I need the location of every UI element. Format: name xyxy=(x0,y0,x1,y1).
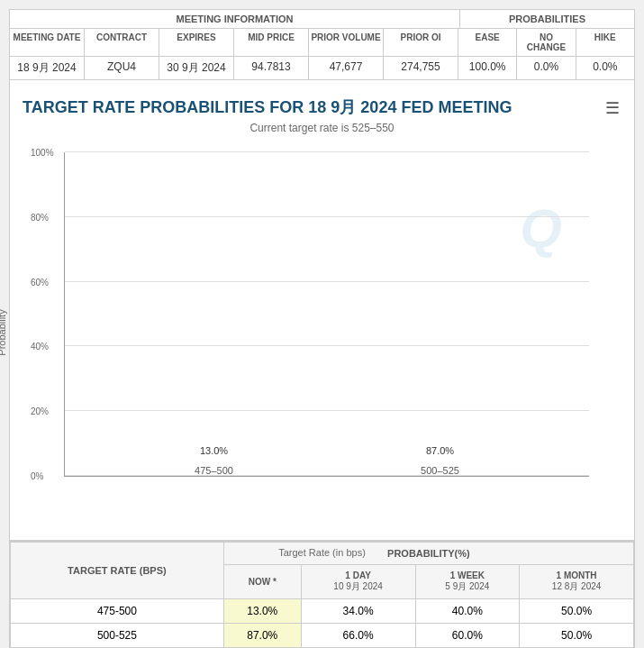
val-meeting-date: 18 9月 2024 xyxy=(10,57,85,79)
table-row-0: 475-500 13.0% 34.0% 40.0% 50.0% xyxy=(11,599,634,624)
col-mid-price: MID PRICE xyxy=(234,29,309,56)
bar-1-label: 500–525 xyxy=(421,465,459,476)
bar-0-label: 475–500 xyxy=(195,465,233,476)
cell-month-0: 50.0% xyxy=(520,599,634,624)
ytick-40: 40% xyxy=(31,342,49,351)
val-prior-oi: 274,755 xyxy=(384,57,458,79)
header-titles: MEETING INFORMATION PROBABILITIES xyxy=(10,10,634,29)
chart-area: Q 100% 80% 60% 40% 20% xyxy=(64,152,589,477)
main-container: MEETING INFORMATION PROBABILITIES MEETIN… xyxy=(9,9,635,648)
col-one-week: 1 WEEK 5 9月 2024 xyxy=(415,565,520,599)
chart-wrapper: Probability Q 100% 80% 60% 40% xyxy=(19,143,625,522)
ytick-20: 20% xyxy=(31,406,49,416)
cell-day-1: 66.0% xyxy=(301,624,415,648)
probabilities-title: PROBABILITIES xyxy=(460,10,634,28)
cell-week-1: 60.0% xyxy=(415,624,520,648)
meeting-header: MEETING INFORMATION PROBABILITIES MEETIN… xyxy=(10,10,634,80)
chart-subtitle: Current target rate is 525–550 xyxy=(19,122,625,134)
col-one-month: 1 MONTH 12 8月 2024 xyxy=(520,565,634,599)
header-cols: MEETING DATE CONTRACT EXPIRES MID PRICE … xyxy=(10,29,634,57)
cell-rate-0: 475-500 xyxy=(11,599,224,624)
chart-title: TARGET RATE PROBABILITIES FOR 18 9月 2024… xyxy=(19,89,515,122)
ytick-80: 80% xyxy=(31,212,49,222)
val-contract: ZQU4 xyxy=(85,57,159,79)
ytick-60: 60% xyxy=(31,277,49,287)
ytick-0: 0% xyxy=(31,471,43,481)
bar-group-0: 13.0% 475–500 xyxy=(169,445,259,476)
col-expires: EXPIRES xyxy=(159,29,234,56)
y-axis-label: Probability xyxy=(0,309,7,355)
col-target-rate: TARGET RATE (BPS) xyxy=(11,543,224,599)
menu-icon[interactable]: ☰ xyxy=(605,89,625,118)
table-row-1: 500-525 87.0% 66.0% 60.0% 50.0% xyxy=(11,624,634,648)
chart-section: TARGET RATE PROBABILITIES FOR 18 9月 2024… xyxy=(10,80,634,531)
bar-group-1: 87.0% 500–525 xyxy=(395,445,485,476)
val-ease: 100.0% xyxy=(458,57,517,79)
val-mid-price: 94.7813 xyxy=(234,57,309,79)
x-axis-label: Target Rate (in bps) xyxy=(278,547,366,558)
col-prior-volume: PRIOR VOLUME xyxy=(309,29,384,56)
header-vals: 18 9月 2024 ZQU4 30 9月 2024 94.7813 47,67… xyxy=(10,57,634,79)
ytick-100: 100% xyxy=(31,148,54,158)
val-expires: 30 9月 2024 xyxy=(159,57,234,79)
bars-container: 13.0% 475–500 87.0% 500–525 xyxy=(65,152,589,476)
cell-week-0: 40.0% xyxy=(415,599,520,624)
col-contract: CONTRACT xyxy=(85,29,159,56)
col-ease: EASE xyxy=(458,29,517,56)
val-hike: 0.0% xyxy=(576,57,634,79)
cell-month-1: 50.0% xyxy=(520,624,634,648)
col-now: NOW * xyxy=(223,565,301,599)
cell-rate-1: 500-525 xyxy=(11,624,224,648)
col-no-change: NO CHANGE xyxy=(517,29,576,56)
col-prior-oi: PRIOR OI xyxy=(384,29,458,56)
val-prior-volume: 47,677 xyxy=(309,57,384,79)
col-hike: HIKE xyxy=(576,29,634,56)
meeting-info-title: MEETING INFORMATION xyxy=(10,10,460,28)
col-meeting-date: MEETING DATE xyxy=(10,29,85,56)
val-no-change: 0.0% xyxy=(517,57,576,79)
cell-day-0: 34.0% xyxy=(301,599,415,624)
cell-now-0: 13.0% xyxy=(223,599,301,624)
col-one-day: 1 DAY 10 9月 2024 xyxy=(301,565,415,599)
bar-0-pct: 13.0% xyxy=(200,445,228,456)
bar-1-pct: 87.0% xyxy=(426,445,454,456)
cell-now-1: 87.0% xyxy=(223,624,301,648)
